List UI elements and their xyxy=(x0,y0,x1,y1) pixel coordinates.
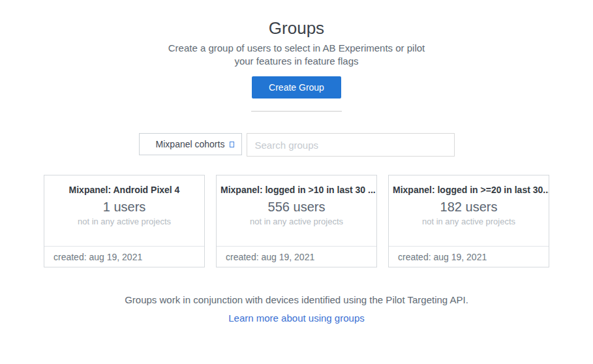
group-card[interactable]: Mixpanel: logged in >10 in last 30 ... 5… xyxy=(216,175,377,267)
group-card-body: Mixpanel: logged in >=20 in last 30... 1… xyxy=(389,175,549,246)
group-user-count: 182 users xyxy=(389,200,549,215)
group-card[interactable]: Mixpanel: Android Pixel 4 1 users not in… xyxy=(44,175,205,267)
footer-info-text: Groups work in conjunction with devices … xyxy=(0,294,593,307)
cohort-source-value: Mixpanel cohorts xyxy=(156,139,225,149)
create-group-button[interactable]: Create Group xyxy=(252,76,341,99)
page-subtitle: Create a group of users to select in AB … xyxy=(166,42,427,68)
filter-row: Mixpanel cohorts xyxy=(0,133,593,157)
group-card[interactable]: Mixpanel: logged in >=20 in last 30... 1… xyxy=(388,175,549,267)
dropdown-indicator-icon xyxy=(230,142,234,147)
group-name: Mixpanel: logged in >10 in last 30 ... xyxy=(217,185,376,195)
group-card-body: Mixpanel: Android Pixel 4 1 users not in… xyxy=(44,175,204,246)
group-created-date: created: aug 19, 2021 xyxy=(389,246,549,267)
cohort-source-dropdown[interactable]: Mixpanel cohorts xyxy=(139,133,242,155)
group-created-date: created: aug 19, 2021 xyxy=(44,246,204,267)
group-project-status: not in any active projects xyxy=(389,217,549,226)
header-divider xyxy=(251,111,342,112)
learn-more-link[interactable]: Learn more about using groups xyxy=(228,312,364,324)
group-created-date: created: aug 19, 2021 xyxy=(217,246,376,267)
group-cards-row: Mixpanel: Android Pixel 4 1 users not in… xyxy=(0,175,593,267)
group-name: Mixpanel: logged in >=20 in last 30... xyxy=(389,185,549,195)
group-card-body: Mixpanel: logged in >10 in last 30 ... 5… xyxy=(217,175,376,246)
group-user-count: 1 users xyxy=(44,200,204,215)
page-title: Groups xyxy=(0,18,593,38)
group-project-status: not in any active projects xyxy=(217,217,376,226)
group-project-status: not in any active projects xyxy=(44,217,204,226)
group-name: Mixpanel: Android Pixel 4 xyxy=(44,185,204,195)
search-groups-input[interactable] xyxy=(247,133,455,157)
group-user-count: 556 users xyxy=(217,200,376,215)
groups-page: Groups Create a group of users to select… xyxy=(0,0,593,364)
